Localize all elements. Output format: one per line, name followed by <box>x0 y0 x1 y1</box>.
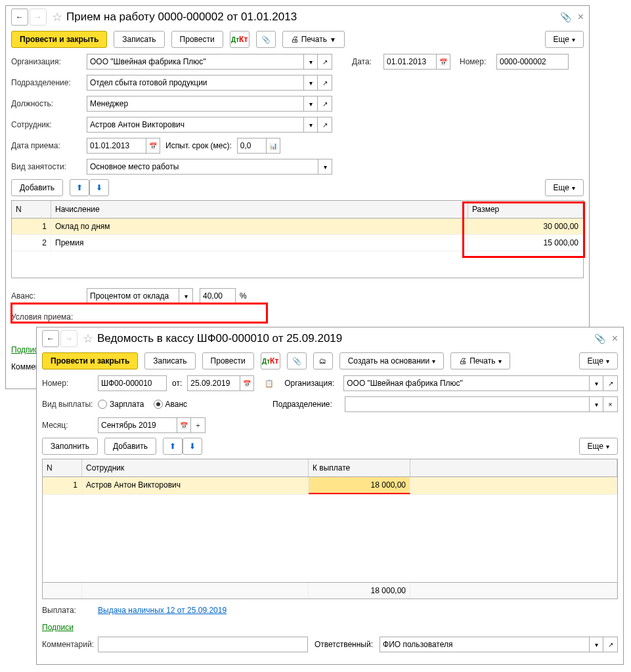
paytype-label: Вид выплаты: <box>42 400 98 409</box>
nav-back[interactable]: ← <box>42 330 59 347</box>
org-input[interactable]: ООО "Швейная фабрика Плюс" <box>343 375 589 391</box>
comment-label: Комментарий: <box>42 640 98 649</box>
org-label: Организация: <box>11 57 87 66</box>
attach-icon[interactable]: 📎 <box>287 352 307 369</box>
salary-radio[interactable] <box>98 400 107 409</box>
month-label: Месяц: <box>42 421 98 430</box>
more-button[interactable]: Еще ▾ <box>579 352 618 369</box>
num-input[interactable]: ШФ00-000010 <box>98 375 167 391</box>
move-down-icon[interactable]: ⬇ <box>183 438 202 455</box>
dtkt-button[interactable]: ДтКт <box>261 352 280 369</box>
dropdown-icon[interactable]: ▾ <box>303 117 318 133</box>
open-icon[interactable]: ↗ <box>318 54 332 70</box>
clear-icon[interactable]: × <box>603 396 618 412</box>
date-input[interactable]: 01.01.2013 <box>383 54 436 70</box>
move-up-icon[interactable]: ⬆ <box>70 179 89 196</box>
num-label: Номер: <box>460 57 496 66</box>
more-button[interactable]: Еще ▾ <box>545 179 584 196</box>
col-n: N <box>12 201 51 218</box>
favorite-icon[interactable]: ☆ <box>83 331 93 346</box>
open-icon[interactable]: ↗ <box>318 75 332 91</box>
pct-label: % <box>240 291 247 301</box>
nav-forward[interactable]: → <box>30 9 47 26</box>
print-button[interactable]: 🖨 Печать ▾ <box>450 352 510 369</box>
post-button[interactable]: Провести <box>202 352 254 369</box>
calendar-icon[interactable]: 📅 <box>436 54 450 70</box>
post-close-button[interactable]: Провести и закрыть <box>11 31 107 48</box>
highlight-box <box>11 303 268 324</box>
advance-value-input[interactable]: 40,00 <box>200 288 236 304</box>
emp-input[interactable]: Астров Антон Викторович <box>87 117 303 133</box>
dropdown-icon[interactable]: ▾ <box>318 159 332 175</box>
dropdown-icon[interactable]: ▾ <box>303 96 318 112</box>
comment-input[interactable] <box>98 637 308 652</box>
open-icon[interactable]: ↗ <box>318 96 332 112</box>
attach-icon[interactable]: 📎 <box>256 31 276 48</box>
more-button[interactable]: Еще ▾ <box>579 438 618 455</box>
create-based-button[interactable]: Создать на основании ▾ <box>339 352 445 369</box>
stepper-icon[interactable]: ÷ <box>191 417 206 433</box>
advance-radio[interactable] <box>154 400 163 409</box>
payout-link[interactable]: Выдача наличных 12 от 25.09.2019 <box>98 606 227 615</box>
move-up-icon[interactable]: ⬆ <box>163 438 183 455</box>
calc-icon[interactable]: 📊 <box>266 138 280 154</box>
advance-type-input[interactable]: Процентом от оклада <box>87 288 179 304</box>
calendar-icon[interactable]: 📅 <box>177 417 191 433</box>
calendar-icon[interactable]: 📅 <box>146 138 160 154</box>
nav-back[interactable]: ← <box>11 9 28 26</box>
sign-link[interactable]: Подписи <box>42 623 74 632</box>
close-icon[interactable]: × <box>578 11 584 23</box>
close-icon[interactable]: × <box>612 333 618 345</box>
col-emp: Сотрудник <box>82 459 309 476</box>
resp-input[interactable]: ФИО пользователя <box>380 637 589 652</box>
month-input[interactable]: Сентябрь 2019 <box>98 417 177 433</box>
pin-icon[interactable]: 📎 <box>560 12 571 22</box>
dropdown-icon[interactable]: ▾ <box>589 375 603 391</box>
pos-input[interactable]: Менеджер <box>87 96 303 112</box>
move-down-icon[interactable]: ⬇ <box>89 179 109 196</box>
num-input[interactable]: 0000-000002 <box>496 54 569 70</box>
dept-input[interactable]: Отдел сбыта готовой продукции <box>87 75 303 91</box>
org-input[interactable]: ООО "Швейная фабрика Плюс" <box>87 54 303 70</box>
type-label: Вид занятости: <box>11 162 87 171</box>
add-button[interactable]: Добавить <box>11 179 63 196</box>
save-button[interactable]: Записать <box>144 352 195 369</box>
probation-input[interactable]: 0,0 <box>237 138 266 154</box>
col-charge: Начисление <box>51 201 468 218</box>
dropdown-icon[interactable]: ▾ <box>589 396 603 412</box>
advance-label: Аванс: <box>11 291 87 301</box>
date-label: Дата: <box>352 57 383 66</box>
more-button[interactable]: Еще ▾ <box>545 31 584 48</box>
open-icon[interactable]: ↗ <box>603 637 618 652</box>
org-label: Организация: <box>284 379 343 388</box>
dtkt-button[interactable]: ДтКт <box>230 31 250 48</box>
dept-input[interactable] <box>345 396 589 412</box>
from-input[interactable]: 25.09.2019 <box>187 375 240 391</box>
dropdown-icon[interactable]: ▾ <box>179 288 193 304</box>
open-icon[interactable]: ↗ <box>318 117 332 133</box>
payout-label: Выплата: <box>42 606 98 615</box>
pin-icon[interactable]: 📎 <box>594 333 605 344</box>
save-button[interactable]: Записать <box>114 31 164 48</box>
favorite-icon[interactable]: ☆ <box>52 10 62 24</box>
dropdown-icon[interactable]: ▾ <box>589 637 603 652</box>
calendar-icon[interactable]: 📅 <box>240 375 254 391</box>
nav-forward[interactable]: → <box>60 330 77 347</box>
resp-label: Ответственный: <box>315 640 373 649</box>
dept-label: Подразделение: <box>11 78 87 87</box>
num-label: Номер: <box>42 379 98 388</box>
dropdown-icon[interactable]: ▾ <box>303 75 318 91</box>
dropdown-icon[interactable]: ▾ <box>303 54 318 70</box>
open-icon[interactable]: ↗ <box>603 375 618 391</box>
structure-icon[interactable]: 🗂 <box>313 352 333 369</box>
payout-table: N Сотрудник К выплате 1 Астров Антон Вик… <box>42 459 618 599</box>
post-button[interactable]: Провести <box>171 31 223 48</box>
type-input[interactable]: Основное место работы <box>87 159 318 175</box>
hire-input[interactable]: 01.01.2013 <box>87 138 146 154</box>
fill-button[interactable]: Заполнить <box>42 438 98 455</box>
print-button[interactable]: 🖨 Печать ▼ <box>282 31 345 48</box>
table-row[interactable]: 1 Астров Антон Викторович 18 000,00 <box>43 477 617 495</box>
add-button[interactable]: Добавить <box>104 438 156 455</box>
post-close-button[interactable]: Провести и закрыть <box>42 352 138 369</box>
pos-label: Должность: <box>11 99 87 108</box>
